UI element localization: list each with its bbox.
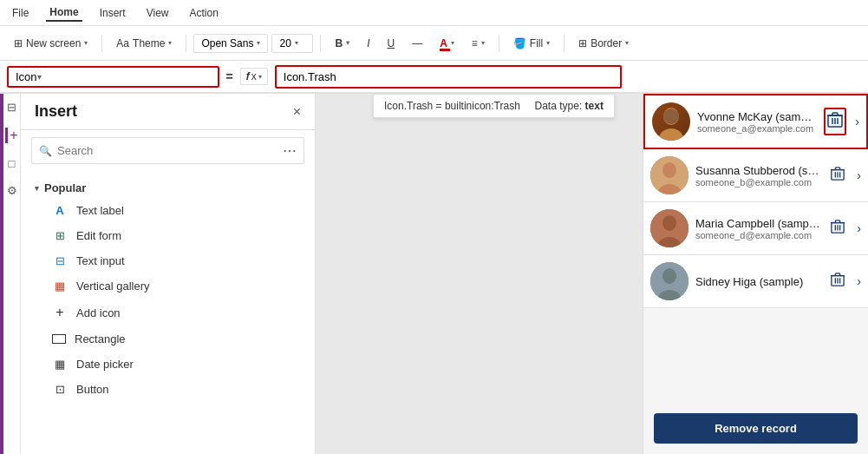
- menu-file[interactable]: File: [9, 5, 32, 21]
- chevron-right-1[interactable]: ›: [855, 115, 859, 128]
- trash-icon-1[interactable]: [824, 108, 846, 135]
- layers-icon[interactable]: ⊟: [7, 101, 16, 114]
- fill-button[interactable]: 🪣 Fill ▾: [506, 34, 557, 53]
- contact-name-2: Susanna Stubberod (sample): [695, 164, 820, 177]
- strikethrough-icon: —: [412, 37, 422, 49]
- remove-record-button[interactable]: Remove record: [654, 413, 858, 444]
- trash-svg-1: [827, 111, 843, 128]
- toolbar-divider-5: [564, 35, 565, 52]
- svg-point-17: [662, 215, 676, 231]
- insert-list: ▾ Popular A Text label ⊞ Edit form ⊟ Tex…: [21, 171, 315, 454]
- contact-name-1: Yvonne McKay (sample): [697, 110, 817, 123]
- formula-name-field[interactable]: Icon ▾: [7, 66, 219, 88]
- search-input[interactable]: [57, 144, 277, 157]
- border-button[interactable]: ⊞ Border ▾: [571, 34, 636, 53]
- svg-point-25: [662, 268, 676, 284]
- contact-name-4: Sidney Higa (sample): [695, 275, 820, 288]
- insert-item-rectangle[interactable]: Rectangle: [21, 326, 315, 352]
- gallery-container: Yvonne McKay (sample) someone_a@example.…: [643, 94, 868, 403]
- data-icon[interactable]: □: [9, 157, 16, 170]
- text-input-icon: ⊟: [52, 254, 68, 267]
- border-icon: ⊞: [578, 37, 587, 49]
- trash-icon-3[interactable]: [827, 215, 848, 241]
- equals-sign: =: [226, 69, 233, 83]
- toolbar-divider-4: [499, 35, 499, 52]
- gallery-row[interactable]: Yvonne McKay (sample) someone_a@example.…: [643, 94, 868, 149]
- align-icon: ≡: [472, 37, 478, 49]
- formula-input[interactable]: [275, 65, 622, 89]
- menu-action[interactable]: Action: [186, 5, 222, 21]
- formula-name-chevron: ▾: [37, 72, 211, 82]
- main-content: ⊟ + □ ⚙ Insert × 🔍 ⋯ ▾ Popular A Text la…: [0, 94, 868, 454]
- insert-item-add-icon[interactable]: + Add icon: [21, 299, 315, 326]
- insert-item-vertical-gallery[interactable]: ▦ Vertical gallery: [21, 273, 315, 299]
- button-icon: ⊡: [52, 383, 68, 396]
- insert-item-button[interactable]: ⊡ Button: [21, 377, 315, 402]
- contact-email-1: someone_a@example.com: [697, 123, 817, 134]
- svg-point-1: [659, 128, 683, 141]
- menu-insert[interactable]: Insert: [96, 5, 129, 21]
- theme-button[interactable]: Aa Theme ▾: [109, 34, 179, 53]
- insert-title: Insert: [35, 102, 293, 121]
- bold-button[interactable]: B ▾: [328, 34, 356, 53]
- trash-svg-2: [831, 166, 845, 181]
- font-size-chevron: ▾: [295, 39, 298, 47]
- menu-home[interactable]: Home: [46, 4, 82, 22]
- toolbar-divider-2: [186, 35, 186, 52]
- font-chevron: ▾: [257, 39, 260, 47]
- rectangle-icon: [52, 334, 66, 344]
- insert-header: Insert ×: [21, 94, 315, 130]
- chevron-right-3[interactable]: ›: [857, 221, 861, 235]
- font-dropdown[interactable]: Open Sans ▾: [193, 34, 268, 53]
- insert-item-edit-form[interactable]: ⊞ Edit form: [21, 223, 315, 248]
- insert-item-text-input[interactable]: ⊟ Text input: [21, 248, 315, 273]
- theme-icon: Aa: [116, 37, 129, 49]
- menu-view[interactable]: View: [143, 5, 173, 21]
- insert-item-date-picker[interactable]: ▦ Date picker: [21, 352, 315, 377]
- fill-chevron: ▾: [546, 39, 550, 47]
- insert-panel: Insert × 🔍 ⋯ ▾ Popular A Text label ⊞ Ed…: [21, 94, 316, 454]
- underline-button[interactable]: U: [380, 34, 401, 53]
- font-color-chevron: ▾: [451, 39, 454, 47]
- fx-label: x: [251, 70, 257, 82]
- text-label-icon: A: [52, 204, 68, 217]
- avatar-3-svg: [650, 209, 689, 247]
- toolbar: ⊞ New screen ▾ Aa Theme ▾ Open Sans ▾ 20…: [0, 26, 868, 61]
- chevron-right-2[interactable]: ›: [857, 168, 861, 182]
- canvas[interactable]: [316, 94, 643, 454]
- search-more-icon[interactable]: ⋯: [283, 142, 297, 159]
- gallery-row[interactable]: Susanna Stubberod (sample) someone_b@exa…: [643, 149, 868, 202]
- font-size-dropdown[interactable]: 20 ▾: [271, 34, 313, 53]
- trash-icon-2[interactable]: [827, 162, 848, 188]
- formula-bar: Icon ▾ = f x ▾ Icon.Trash = builtinicon:…: [0, 61, 868, 94]
- gallery-row[interactable]: Maria Campbell (sample) someone_d@exampl…: [643, 202, 868, 255]
- fx-chevron: ▾: [258, 73, 262, 81]
- add-icon-icon: +: [52, 305, 68, 320]
- avatar-4-svg: [650, 262, 689, 300]
- category-chevron: ▾: [35, 184, 39, 193]
- trash-icon-4[interactable]: [827, 268, 848, 294]
- insert-item-text-label[interactable]: A Text label: [21, 198, 315, 223]
- contact-email-2: someone_b@example.com: [695, 177, 820, 188]
- icon-rail: ⊟ + □ ⚙: [3, 94, 21, 454]
- new-screen-icon: ⊞: [14, 37, 23, 49]
- gallery-icon: ▦: [52, 280, 68, 293]
- align-button[interactable]: ≡ ▾: [465, 34, 492, 53]
- trash-svg-3: [831, 219, 845, 234]
- italic-button[interactable]: I: [360, 34, 376, 53]
- toolbar-divider-1: [101, 35, 102, 52]
- menu-bar: File Home Insert View Action: [0, 0, 868, 26]
- category-popular[interactable]: ▾ Popular: [21, 178, 315, 198]
- strikethrough-button[interactable]: —: [405, 34, 429, 53]
- fx-icon: f: [246, 70, 250, 82]
- new-screen-button[interactable]: ⊞ New screen ▾: [7, 34, 95, 53]
- insert-close-button[interactable]: ×: [293, 104, 301, 120]
- font-color-icon: A: [440, 37, 447, 49]
- settings-icon[interactable]: ⚙: [7, 184, 17, 197]
- chevron-right-4[interactable]: ›: [857, 274, 861, 288]
- insert-icon[interactable]: +: [5, 128, 17, 143]
- gallery-row[interactable]: Sidney Higa (sample) ›: [643, 255, 868, 308]
- fx-button[interactable]: f x ▾: [240, 68, 268, 85]
- font-color-button[interactable]: A ▾: [433, 34, 461, 53]
- avatar-4: [650, 262, 689, 300]
